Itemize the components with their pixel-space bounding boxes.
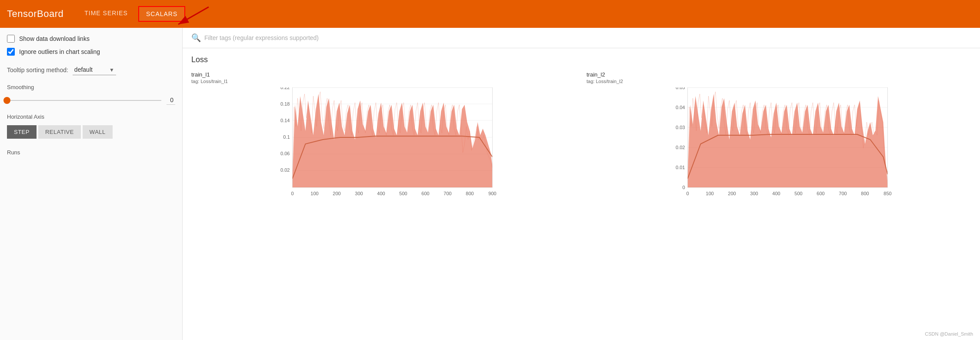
nav-scalars[interactable]: SCALARS bbox=[138, 6, 185, 22]
tooltip-select-wrapper: default descending ascending nearest ▼ bbox=[73, 64, 116, 75]
sidebar-checkboxes: Show data download links Ignore outliers… bbox=[7, 35, 175, 56]
chart-title-train-l1: train_l1 bbox=[191, 71, 576, 78]
axis-wall-button[interactable]: WALL bbox=[83, 125, 113, 139]
svg-text:0.03: 0.03 bbox=[676, 125, 685, 130]
svg-text:0.14: 0.14 bbox=[280, 118, 290, 123]
axis-step-button[interactable]: STEP bbox=[7, 125, 37, 139]
smoothing-slider-track[interactable] bbox=[7, 100, 161, 101]
horizontal-axis-section: Horizontal Axis STEP RELATIVE WALL bbox=[7, 113, 175, 139]
axis-buttons: STEP RELATIVE WALL bbox=[7, 125, 175, 139]
smoothing-value: 0 bbox=[167, 96, 175, 105]
runs-label: Runs bbox=[7, 149, 175, 156]
svg-text:0.02: 0.02 bbox=[676, 145, 685, 150]
search-bar: 🔍 bbox=[183, 28, 980, 48]
search-icon: 🔍 bbox=[191, 33, 201, 43]
main-content: 🔍 Loss train_l1 tag: Loss/train_l1 bbox=[183, 28, 980, 340]
smoothing-slider-thumb[interactable] bbox=[3, 97, 10, 104]
charts-row: train_l1 tag: Loss/train_l1 bbox=[191, 71, 971, 200]
svg-text:800: 800 bbox=[861, 191, 869, 196]
svg-text:0.18: 0.18 bbox=[280, 101, 290, 107]
svg-text:0.1: 0.1 bbox=[283, 134, 290, 140]
svg-text:0.06: 0.06 bbox=[280, 151, 290, 156]
logo: TensorBoard bbox=[7, 8, 63, 20]
chart-tag-train-l2: tag: Loss/train_l2 bbox=[587, 79, 971, 84]
svg-text:0: 0 bbox=[291, 191, 293, 196]
svg-text:100: 100 bbox=[310, 191, 318, 196]
show-download-checkbox[interactable] bbox=[7, 35, 15, 43]
svg-text:200: 200 bbox=[333, 191, 340, 196]
show-download-label[interactable]: Show data download links bbox=[19, 35, 90, 42]
chart-tag-train-l1: tag: Loss/train_l1 bbox=[191, 79, 576, 84]
tooltip-label: Tooltip sorting method: bbox=[7, 67, 68, 73]
svg-text:300: 300 bbox=[750, 191, 758, 196]
chart-card-train-l2: train_l2 tag: Loss/train_l2 bbox=[587, 71, 971, 200]
svg-text:800: 800 bbox=[466, 191, 473, 196]
svg-text:600: 600 bbox=[421, 191, 429, 196]
svg-text:900: 900 bbox=[488, 191, 496, 196]
chart-title-train-l2: train_l2 bbox=[587, 71, 971, 78]
svg-text:700: 700 bbox=[839, 191, 847, 196]
svg-text:0.02: 0.02 bbox=[280, 167, 290, 173]
svg-text:500: 500 bbox=[794, 191, 802, 196]
svg-text:0.01: 0.01 bbox=[676, 165, 685, 170]
ignore-outliers-label[interactable]: Ignore outliers in chart scaling bbox=[19, 48, 100, 55]
header-nav: TIME SERIES SCALARS bbox=[77, 6, 185, 22]
smoothing-label: Smoothing bbox=[7, 84, 175, 90]
svg-text:850: 850 bbox=[883, 191, 891, 196]
axis-relative-button[interactable]: RELATIVE bbox=[38, 125, 81, 139]
ignore-outliers-checkbox[interactable] bbox=[7, 48, 15, 56]
svg-text:0.04: 0.04 bbox=[676, 105, 685, 110]
tooltip-row: Tooltip sorting method: default descendi… bbox=[7, 64, 175, 75]
charts-section-title: Loss bbox=[191, 55, 971, 64]
chart-svg-train-l1[interactable]: 0.22 0.18 0.14 0.1 0.06 0.02 0 100 200 3… bbox=[191, 87, 576, 200]
charts-area: Loss train_l1 tag: Loss/train_l1 bbox=[183, 48, 980, 207]
svg-text:400: 400 bbox=[377, 191, 385, 196]
svg-text:300: 300 bbox=[355, 191, 363, 196]
show-download-row: Show data download links bbox=[7, 35, 175, 43]
svg-text:400: 400 bbox=[772, 191, 780, 196]
watermark: CSDN @Daniel_Smith bbox=[925, 331, 973, 337]
header: TensorBoard TIME SERIES SCALARS bbox=[0, 0, 980, 28]
smoothing-row: 0 bbox=[7, 96, 175, 105]
svg-text:100: 100 bbox=[706, 191, 713, 196]
svg-text:500: 500 bbox=[399, 191, 407, 196]
layout: Show data download links Ignore outliers… bbox=[0, 28, 980, 340]
svg-text:0.05: 0.05 bbox=[676, 87, 685, 90]
svg-text:600: 600 bbox=[817, 191, 824, 196]
chart-card-train-l1: train_l1 tag: Loss/train_l1 bbox=[191, 71, 576, 200]
svg-text:0: 0 bbox=[682, 185, 685, 190]
tooltip-select[interactable]: default descending ascending nearest bbox=[73, 64, 116, 75]
sidebar: Show data download links Ignore outliers… bbox=[0, 28, 183, 340]
svg-text:0.22: 0.22 bbox=[280, 87, 290, 90]
svg-text:0: 0 bbox=[686, 191, 689, 196]
search-input[interactable] bbox=[204, 34, 971, 41]
chart-svg-train-l2[interactable]: 0.05 0.04 0.03 0.02 0.01 0 0 100 200 300… bbox=[587, 87, 971, 200]
nav-time-series[interactable]: TIME SERIES bbox=[77, 6, 135, 22]
svg-text:200: 200 bbox=[728, 191, 736, 196]
svg-text:700: 700 bbox=[443, 191, 451, 196]
ignore-outliers-row: Ignore outliers in chart scaling bbox=[7, 48, 175, 56]
axis-label: Horizontal Axis bbox=[7, 113, 175, 120]
smoothing-section: Smoothing 0 bbox=[7, 84, 175, 105]
